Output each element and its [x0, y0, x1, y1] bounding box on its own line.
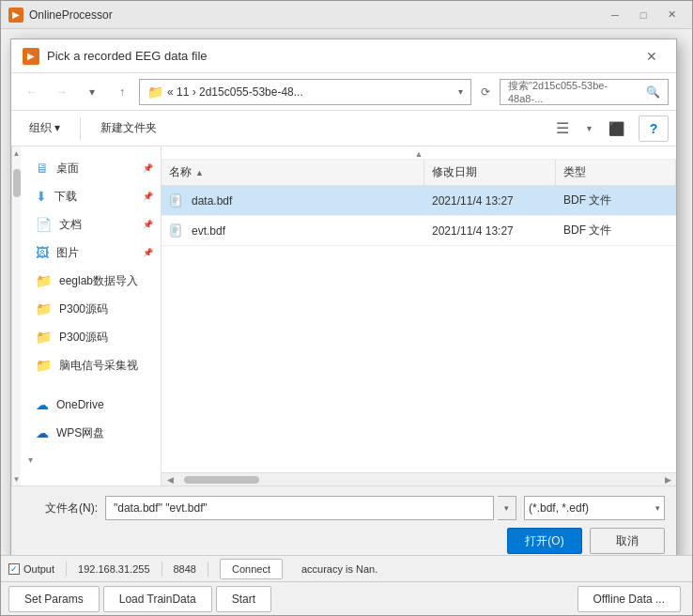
- col-type-label: 类型: [563, 164, 586, 180]
- file-type-evt: BDF 文件: [556, 223, 676, 239]
- app-close-button[interactable]: ✕: [658, 5, 685, 25]
- address-bar[interactable]: 📁 « 11 › 2d15c055-53be-48... ▾: [139, 79, 471, 105]
- app-content: ▶ Pick a recorded EEG data file ✕ ← → ▾ …: [1, 29, 692, 555]
- file-toolbar: 组织 ▾ 新建文件夹 ☰ ▾ ⬛ ?: [11, 111, 676, 146]
- forward-button[interactable]: →: [49, 79, 75, 105]
- sidebar-item-p300-2[interactable]: 📁 P300源码: [21, 323, 161, 351]
- panel-button[interactable]: ⬛: [601, 116, 631, 142]
- scroll-up-button[interactable]: ▲: [12, 146, 21, 160]
- file-icon-evt: [162, 223, 192, 239]
- col-header-name[interactable]: 名称 ▲: [162, 160, 424, 185]
- cancel-button[interactable]: 取消: [590, 528, 665, 554]
- table-row[interactable]: evt.bdf 2021/11/4 13:27 BDF 文件: [162, 216, 676, 246]
- desktop-icon: 🖥: [36, 161, 49, 176]
- minimize-button[interactable]: ─: [602, 5, 628, 25]
- download-icon: ⬇: [36, 189, 47, 204]
- port-number: 8848: [174, 563, 196, 575]
- sidebar-item-pics[interactable]: 🖼 图片 📌: [21, 239, 161, 267]
- sidebar-item-brain[interactable]: 📁 脑电信号采集视: [21, 351, 161, 379]
- file-doc-icon: [169, 193, 184, 208]
- address-text: « 11 › 2d15c055-53be-48...: [167, 85, 454, 99]
- app-title: OnlineProcessor: [29, 8, 602, 22]
- collapse-arrow[interactable]: ▾: [28, 454, 33, 465]
- filetype-text: (*.bdf, *.edf): [529, 501, 652, 515]
- dialog-footer: 文件名(N): ▾ (*.bdf, *.edf) ▾ 打开(O) 取消: [11, 485, 676, 555]
- h-scroll-thumb[interactable]: [184, 476, 259, 484]
- sidebar-label-onedrive: OneDrive: [56, 398, 104, 411]
- dialog-close-button[interactable]: ✕: [639, 44, 665, 69]
- sidebar-item-wps[interactable]: ☁ WPS网盘: [21, 419, 161, 447]
- col-header-date[interactable]: 修改日期: [424, 160, 556, 185]
- sidebar-item-p300-1[interactable]: 📁 P300源码: [21, 295, 161, 323]
- filetype-arrow-icon: ▾: [655, 503, 660, 513]
- pin-icon-pics: 📌: [143, 248, 153, 257]
- footer-buttons: 打开(O) 取消: [23, 528, 665, 554]
- start-button[interactable]: Start: [216, 586, 271, 612]
- file-date-data: 2021/11/4 13:27: [424, 194, 556, 208]
- scroll-track: [12, 160, 21, 472]
- output-checkbox[interactable]: ✓: [8, 563, 20, 575]
- output-checkbox-item[interactable]: ✓ Output: [8, 563, 54, 575]
- connect-button[interactable]: Connect: [220, 559, 283, 579]
- dialog-title: Pick a recorded EEG data file: [47, 49, 639, 63]
- ip-address: 192.168.31.255: [78, 563, 149, 575]
- scroll-down-button[interactable]: ▼: [12, 472, 21, 485]
- filename-dropdown-button[interactable]: ▾: [498, 496, 516, 520]
- file-name-evt: evt.bdf: [192, 224, 424, 238]
- file-list: data.bdf 2021/11/4 13:27 BDF 文件: [162, 186, 676, 472]
- help-button[interactable]: ?: [639, 116, 669, 142]
- filename-label: 文件名(N):: [23, 500, 98, 516]
- wps-icon: ☁: [36, 425, 49, 440]
- sort-up-arrow: ▲: [415, 149, 424, 159]
- sidebar-label-brain: 脑电信号采集视: [59, 358, 138, 374]
- toolbar-divider: [80, 117, 81, 140]
- pin-icon-desktop: 📌: [143, 163, 153, 173]
- app-window: ▶ OnlineProcessor ─ □ ✕ ▶ Pick a recorde…: [0, 0, 693, 616]
- refresh-button[interactable]: ⟳: [475, 82, 496, 102]
- sidebar-label-pics: 图片: [56, 245, 79, 261]
- file-doc-icon-2: [169, 223, 184, 239]
- p300-1-folder-icon: 📁: [36, 301, 52, 316]
- sidebar-item-onedrive[interactable]: ☁ OneDrive: [21, 391, 161, 419]
- status-divider-1: [66, 562, 67, 577]
- pics-icon: 🖼: [36, 245, 49, 260]
- set-params-button[interactable]: Set Params: [8, 586, 100, 612]
- filename-input[interactable]: [105, 496, 494, 520]
- file-date-evt: 2021/11/4 13:27: [424, 224, 556, 238]
- view-button[interactable]: ☰: [547, 116, 578, 142]
- col-header-type[interactable]: 类型: [556, 160, 676, 185]
- maximize-button[interactable]: □: [630, 5, 656, 25]
- dropdown-nav-button[interactable]: ▾: [79, 79, 105, 105]
- table-row[interactable]: data.bdf 2021/11/4 13:27 BDF 文件: [162, 186, 676, 216]
- view-dropdown-arrow: ▾: [587, 123, 592, 133]
- sidebar-label-wps: WPS网盘: [56, 425, 104, 441]
- search-icon: 🔍: [646, 85, 660, 99]
- sidebar-label-p300-2: P300源码: [59, 330, 108, 346]
- sidebar-item-eeglab[interactable]: 📁 eeglab数据导入: [21, 267, 161, 295]
- load-train-button[interactable]: Load TrainData: [103, 586, 212, 612]
- sidebar-label-docs: 文档: [59, 217, 82, 233]
- svg-rect-1: [171, 194, 177, 207]
- file-name-data: data.bdf: [192, 194, 424, 208]
- sidebar-scrollbar[interactable]: ▲ ▼: [11, 146, 21, 485]
- file-dialog: ▶ Pick a recorded EEG data file ✕ ← → ▾ …: [10, 38, 677, 555]
- ok-button[interactable]: 打开(O): [507, 528, 582, 554]
- horizontal-scrollbar[interactable]: ◀ ▶: [162, 472, 676, 485]
- h-scroll-left[interactable]: ◀: [163, 475, 177, 485]
- back-button[interactable]: ←: [19, 79, 45, 105]
- search-bar[interactable]: 搜索"2d15c055-53be-48a8-... 🔍: [500, 79, 669, 105]
- up-button[interactable]: ↑: [109, 79, 135, 105]
- h-scroll-right[interactable]: ▶: [661, 475, 674, 485]
- sidebar-item-download[interactable]: ⬇ 下载 📌: [21, 182, 161, 210]
- organize-button[interactable]: 组织 ▾: [19, 116, 70, 142]
- new-folder-button[interactable]: 新建文件夹: [90, 116, 167, 142]
- sidebar-label-p300-1: P300源码: [59, 301, 108, 317]
- offline-data-button[interactable]: Offline Data ...: [578, 586, 681, 612]
- filename-input-wrapper: ▾: [105, 496, 516, 520]
- status-divider-3: [208, 562, 208, 577]
- file-type-data: BDF 文件: [556, 192, 676, 208]
- sidebar-item-docs[interactable]: 📄 文档 📌: [21, 210, 161, 239]
- filetype-select[interactable]: (*.bdf, *.edf) ▾: [524, 496, 665, 520]
- sidebar-item-desktop[interactable]: 🖥 桌面 📌: [21, 154, 161, 182]
- col-date-label: 修改日期: [432, 164, 477, 180]
